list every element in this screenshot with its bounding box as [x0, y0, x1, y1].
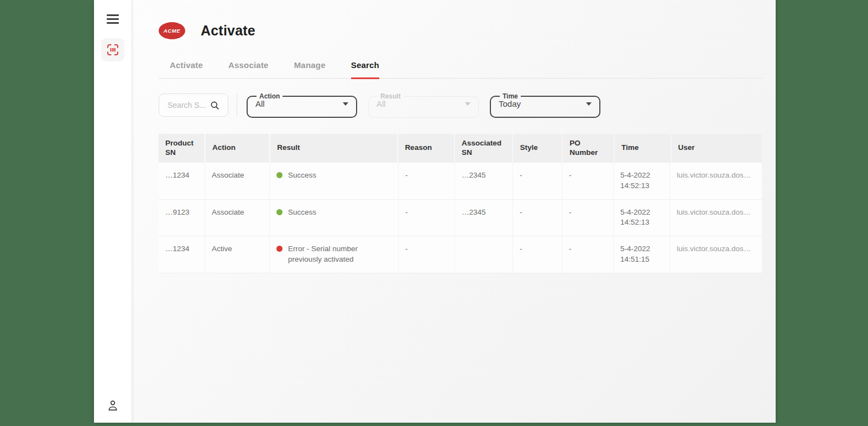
app-window: ACME Activate Activate Associate Manage … — [94, 0, 776, 423]
cell-user: luis.victor.souza.dos… — [670, 200, 762, 236]
result-label: Success — [288, 207, 316, 218]
cell-associated-sn — [455, 236, 513, 273]
tab-bar: Activate Associate Manage Search — [159, 60, 762, 79]
time-select[interactable]: Time Today — [490, 92, 600, 118]
cell-user: luis.victor.souza.dos… — [670, 163, 762, 199]
cell-reason: - — [399, 236, 455, 273]
cell-user: luis.victor.souza.dos… — [670, 236, 762, 273]
hamburger-menu-icon[interactable] — [107, 14, 119, 24]
chevron-down-icon — [343, 102, 348, 106]
cell-time: 5-4-2022 14:51:15 — [614, 236, 670, 273]
cell-associated-sn: …2345 — [455, 163, 513, 199]
search-input[interactable] — [166, 100, 207, 110]
col-header-reason: Reason — [398, 134, 454, 163]
tab-manage[interactable]: Manage — [294, 60, 326, 79]
cell-product-sn: …1234 — [159, 163, 205, 199]
time-select-value: Today — [499, 99, 521, 108]
cell-product-sn: …1234 — [159, 236, 205, 273]
cell-style: - — [513, 163, 562, 199]
results-table: Product SN Action Result Reason Associat… — [159, 134, 762, 273]
filter-divider — [237, 93, 237, 117]
chevron-down-icon — [586, 102, 592, 106]
col-header-style: Style — [513, 134, 562, 163]
cell-action: Associate — [205, 163, 270, 199]
action-select[interactable]: Action All — [247, 92, 357, 118]
page-header: ACME Activate — [159, 22, 762, 39]
cell-reason: - — [399, 200, 455, 236]
col-header-user: User — [672, 134, 762, 163]
table-row: …1234 Associate Success - …2345 - - 5-4-… — [159, 163, 762, 200]
cell-time: 5-4-2022 14:52:13 — [614, 163, 670, 199]
search-icon[interactable] — [210, 100, 220, 111]
cell-po-number: - — [562, 163, 614, 199]
result-label: Error - Serial number previously activat… — [288, 244, 391, 265]
main-content: ACME Activate Activate Associate Manage … — [132, 0, 776, 423]
filter-bar: Action All Result All Time Today — [159, 91, 762, 120]
page-title: Activate — [201, 23, 255, 39]
cell-product-sn: …9123 — [159, 200, 205, 236]
cell-action: Associate — [205, 200, 270, 236]
cell-time: 5-4-2022 14:52:13 — [614, 200, 670, 236]
tab-activate[interactable]: Activate — [170, 60, 203, 79]
table-header-row: Product SN Action Result Reason Associat… — [159, 134, 762, 163]
cell-action: Active — [205, 236, 270, 273]
barcode-scan-button[interactable] — [101, 38, 124, 61]
col-header-product-sn: Product SN — [159, 134, 205, 163]
tab-associate[interactable]: Associate — [228, 60, 269, 79]
cell-po-number: - — [562, 236, 614, 273]
status-dot-success — [276, 209, 283, 215]
search-box[interactable] — [159, 93, 228, 117]
sidebar — [94, 0, 132, 423]
chevron-down-icon — [465, 102, 470, 106]
result-label: Success — [288, 170, 316, 181]
cell-style: - — [513, 236, 562, 273]
cell-result: Success — [270, 200, 399, 236]
table-row: …1234 Active Error - Serial number previ… — [159, 236, 762, 273]
cell-style: - — [513, 200, 562, 236]
cell-result: Success — [270, 163, 399, 199]
acme-logo: ACME — [159, 22, 185, 39]
cell-reason: - — [399, 163, 455, 199]
col-header-po-number: PO Number — [563, 134, 614, 163]
status-dot-success — [276, 172, 283, 178]
result-select-value: All — [377, 99, 386, 108]
col-header-time: Time — [615, 134, 671, 163]
cell-po-number: - — [562, 200, 614, 236]
tab-search[interactable]: Search — [351, 60, 379, 79]
status-dot-error — [276, 246, 283, 252]
cell-result: Error - Serial number previously activat… — [270, 236, 399, 273]
cell-associated-sn: …2345 — [455, 200, 513, 236]
profile-button[interactable] — [106, 398, 120, 413]
col-header-result: Result — [270, 134, 397, 163]
table-row: …9123 Associate Success - …2345 - - 5-4-… — [159, 200, 762, 237]
person-icon — [106, 398, 120, 413]
result-select: Result All — [368, 92, 479, 118]
col-header-associated-sn: Associated SN — [455, 134, 513, 163]
barcode-scan-icon — [106, 43, 119, 56]
col-header-action: Action — [206, 134, 269, 163]
action-select-value: All — [255, 99, 265, 108]
